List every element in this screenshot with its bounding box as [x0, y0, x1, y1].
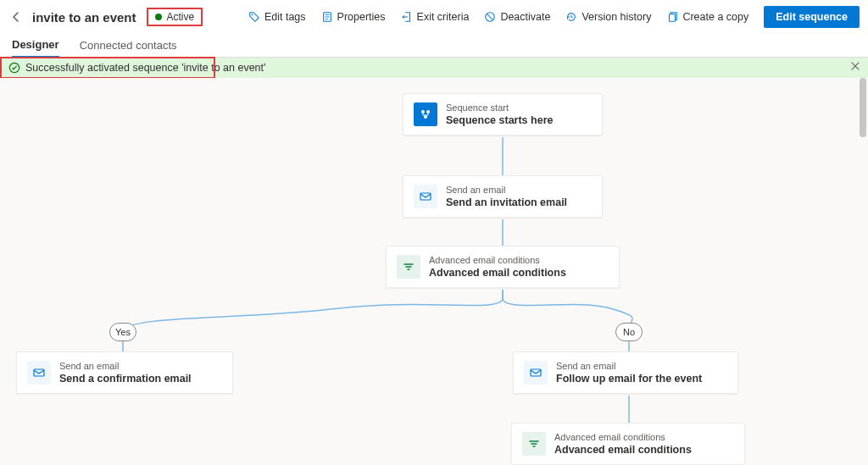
conditions-icon: [397, 255, 420, 279]
node-title: Advanced email conditions: [429, 267, 566, 279]
svg-rect-8: [420, 193, 431, 200]
banner-text: Successfully activated sequence 'invite …: [25, 62, 265, 74]
exit-criteria-label: Exit criteria: [417, 11, 470, 23]
create-copy-button[interactable]: Create a copy: [661, 8, 754, 26]
deactivate-button[interactable]: Deactivate: [479, 8, 555, 26]
branch-yes: Yes: [109, 323, 136, 341]
node-advanced-conditions-1[interactable]: Advanced email conditions Advanced email…: [386, 246, 620, 288]
exit-icon: [401, 11, 413, 23]
node-label: Send an email: [556, 361, 702, 371]
edit-tags-button[interactable]: Edit tags: [243, 8, 311, 26]
node-title: Sequence starts here: [446, 114, 553, 126]
node-label: Advanced email conditions: [554, 432, 692, 442]
node-title: Follow up email for the event: [556, 373, 702, 385]
svg-rect-3: [670, 14, 676, 22]
status-dot-icon: [155, 14, 162, 20]
svg-point-7: [424, 115, 427, 119]
node-label: Sequence start: [446, 102, 553, 113]
svg-rect-10: [531, 369, 541, 376]
sequence-start-icon: [414, 102, 437, 126]
version-history-label: Version history: [581, 11, 651, 23]
node-send-invitation-email[interactable]: Send an email Send an invitation email: [403, 175, 603, 218]
svg-point-6: [426, 110, 430, 113]
email-icon: [524, 361, 548, 385]
page-header: invite to an event Active Edit tags Prop…: [0, 0, 868, 34]
branch-no: No: [615, 323, 643, 341]
tab-designer[interactable]: Designer: [12, 38, 59, 58]
node-follow-up-email[interactable]: Send an email Follow up email for the ev…: [513, 352, 738, 394]
node-title: Send a confirmation email: [59, 373, 192, 385]
tag-icon: [248, 11, 260, 23]
notification-bar: Successfully activated sequence 'invite …: [0, 58, 868, 78]
exit-criteria-button[interactable]: Exit criteria: [396, 8, 475, 26]
node-advanced-conditions-2[interactable]: Advanced email conditions Advanced email…: [511, 423, 745, 465]
node-send-confirmation-email[interactable]: Send an email Send a confirmation email: [16, 352, 233, 394]
tab-bar: Designer Connected contacts: [0, 34, 868, 58]
version-history-button[interactable]: Version history: [560, 8, 656, 26]
edit-sequence-button[interactable]: Edit sequence: [764, 6, 860, 28]
conditions-icon: [522, 432, 546, 456]
success-banner: Successfully activated sequence 'invite …: [0, 58, 868, 78]
create-copy-label: Create a copy: [682, 11, 748, 23]
status-text: Active: [167, 11, 195, 23]
properties-label: Properties: [337, 11, 386, 23]
svg-point-5: [421, 110, 425, 113]
email-icon: [414, 185, 437, 208]
edit-sequence-label: Edit sequence: [776, 11, 848, 23]
svg-rect-9: [34, 369, 44, 376]
node-label: Send an email: [59, 361, 192, 371]
svg-point-0: [251, 14, 253, 16]
success-check-icon: [8, 62, 20, 74]
document-icon: [321, 11, 333, 23]
node-title: Advanced email conditions: [554, 444, 692, 456]
deactivate-icon: [484, 11, 496, 23]
edit-tags-label: Edit tags: [264, 11, 306, 23]
node-sequence-start[interactable]: Sequence start Sequence starts here: [403, 93, 603, 136]
history-icon: [565, 11, 577, 23]
node-title: Send an invitation email: [446, 197, 567, 208]
tab-connected-contacts[interactable]: Connected contacts: [80, 39, 177, 57]
arrow-left-icon: [9, 10, 23, 24]
email-icon: [27, 361, 51, 385]
status-badge: Active: [147, 8, 203, 26]
designer-canvas[interactable]: Sequence start Sequence starts here Send…: [0, 78, 868, 465]
deactivate-label: Deactivate: [500, 11, 550, 23]
properties-button[interactable]: Properties: [316, 8, 391, 26]
node-label: Send an email: [446, 185, 567, 195]
node-label: Advanced email conditions: [429, 255, 566, 265]
copy-icon: [666, 11, 678, 23]
scrollbar-thumb[interactable]: [860, 78, 866, 137]
page-title: invite to an event: [32, 10, 136, 25]
close-icon: [849, 60, 861, 72]
banner-close-button[interactable]: [849, 60, 861, 75]
back-button[interactable]: [7, 8, 25, 26]
